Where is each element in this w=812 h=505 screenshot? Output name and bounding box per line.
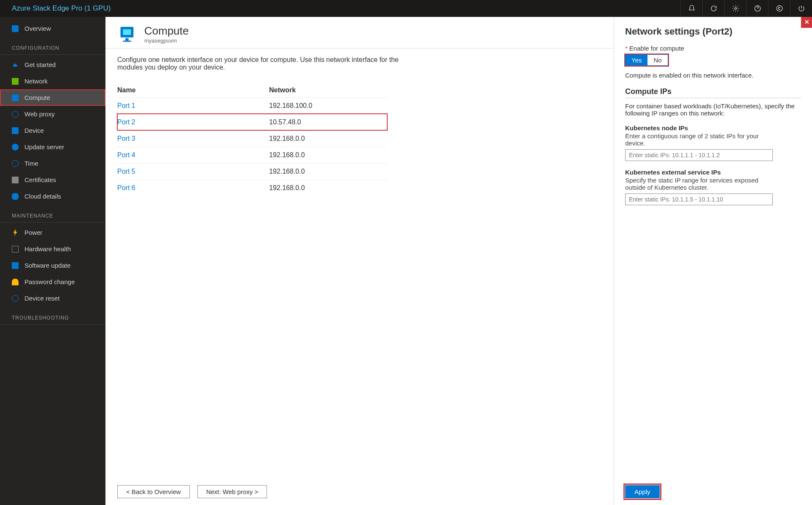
- sidebar-item-overview[interactable]: Overview: [0, 20, 105, 37]
- next-button[interactable]: Next: Web proxy >: [197, 485, 267, 498]
- port-link[interactable]: Port 2: [117, 118, 269, 126]
- back-button[interactable]: < Back to Overview: [117, 485, 190, 498]
- sidebar-item-password-change[interactable]: Password change: [0, 274, 105, 290]
- sidebar-item-get-started[interactable]: Get started: [0, 56, 105, 73]
- svg-point-2: [777, 5, 782, 11]
- port-link[interactable]: Port 3: [117, 135, 269, 142]
- sidebar-item-device[interactable]: Device: [0, 122, 105, 139]
- table-row[interactable]: Port 4192.168.0.0: [117, 147, 387, 163]
- compute-ips-desc: For container based workloads (IoT/Kuber…: [625, 102, 801, 117]
- product-title: Azure Stack Edge Pro (1 GPU): [12, 4, 111, 13]
- k8s-node-heading: Kubernetes node IPs: [625, 124, 801, 132]
- enable-label: *Enable for compute: [625, 45, 801, 52]
- svg-rect-4: [123, 30, 131, 35]
- port-network: 192.168.0.0: [269, 151, 387, 159]
- overview-icon: [12, 25, 19, 32]
- sidebar-item-label: Device reset: [24, 295, 59, 302]
- sidebar-item-certificates[interactable]: Certificates: [0, 172, 105, 188]
- power-icon[interactable]: [790, 0, 812, 17]
- k8s-ext-sub: Specify the static IP range for services…: [625, 177, 769, 191]
- settings-icon[interactable]: [724, 0, 746, 17]
- port-link[interactable]: Port 1: [117, 102, 269, 110]
- sidebar-section-troubleshooting: TROUBLESHOOTING: [0, 306, 105, 325]
- port-network: 192.168.0.0: [269, 135, 387, 142]
- network-icon: [12, 78, 19, 85]
- k8s-node-ips-input[interactable]: [625, 149, 773, 161]
- settings-panel: ✕ Network settings (Port2) *Enable for c…: [614, 17, 812, 505]
- sidebar-item-hardware-health[interactable]: Hardware health: [0, 241, 105, 257]
- svg-rect-5: [125, 38, 129, 41]
- port-network: 192.168.0.0: [269, 184, 387, 192]
- sidebar-item-label: Update server: [24, 143, 64, 150]
- port-network: 192.168.0.0: [269, 168, 387, 175]
- notifications-icon[interactable]: [680, 0, 702, 17]
- compute-header-icon: [117, 24, 137, 44]
- enable-toggle[interactable]: Yes No: [625, 54, 668, 66]
- table-row[interactable]: Port 210.57.48.0: [117, 114, 387, 130]
- device-icon: [12, 127, 19, 134]
- sidebar: Overview CONFIGURATION Get started Netwo…: [0, 17, 105, 505]
- clock-icon: [12, 160, 19, 167]
- k8s-node-sub: Enter a contiguous range of 2 static IPs…: [625, 132, 769, 147]
- sidebar-item-web-proxy[interactable]: Web proxy: [0, 106, 105, 122]
- cloud-icon: [12, 62, 19, 68]
- page-description: Configure one network interface on your …: [117, 56, 404, 71]
- sidebar-item-label: Web proxy: [24, 110, 54, 118]
- port-network: 192.168.100.0: [269, 102, 387, 110]
- required-star: *: [625, 45, 628, 52]
- port-link[interactable]: Port 4: [117, 151, 269, 159]
- globe-icon: [12, 111, 19, 118]
- main-content: Compute myasegpuvm Configure one network…: [105, 17, 812, 505]
- sidebar-item-label: Cloud details: [24, 193, 61, 200]
- col-name-header: Name: [117, 86, 269, 94]
- sidebar-item-label: Compute: [24, 94, 50, 101]
- sidebar-item-power[interactable]: Power: [0, 224, 105, 241]
- close-icon[interactable]: ✕: [802, 17, 812, 27]
- port-link[interactable]: Port 6: [117, 184, 269, 192]
- sidebar-item-time[interactable]: Time: [0, 155, 105, 172]
- bolt-icon: [12, 229, 19, 236]
- sidebar-item-compute[interactable]: Compute: [0, 89, 105, 106]
- upload-icon: [12, 144, 19, 150]
- panel-title: Network settings (Port2): [625, 26, 801, 37]
- table-row[interactable]: Port 6192.168.0.0: [117, 180, 387, 196]
- sidebar-item-label: Device: [24, 127, 44, 134]
- table-row[interactable]: Port 5192.168.0.0: [117, 163, 387, 180]
- toggle-yes[interactable]: Yes: [626, 55, 647, 65]
- sidebar-item-label: Password change: [24, 278, 75, 285]
- table-row[interactable]: Port 1192.168.100.0: [117, 97, 387, 114]
- refresh-icon[interactable]: [702, 0, 724, 17]
- page-title: Compute: [144, 24, 189, 38]
- compute-ips-title: Compute IPs: [625, 87, 801, 98]
- sidebar-item-software-update[interactable]: Software update: [0, 257, 105, 274]
- topbar-actions: [680, 0, 812, 17]
- sidebar-item-label: Get started: [24, 61, 56, 68]
- k8s-ext-ips-input[interactable]: [625, 193, 773, 205]
- sidebar-item-label: Power: [24, 229, 43, 236]
- svg-point-0: [734, 8, 736, 10]
- toggle-no[interactable]: No: [647, 55, 667, 65]
- sidebar-item-device-reset[interactable]: Device reset: [0, 290, 105, 306]
- port-table: Name Network Port 1192.168.100.0 Port 21…: [117, 83, 387, 196]
- health-icon: [12, 246, 19, 252]
- key-icon: [12, 279, 19, 285]
- sidebar-item-network[interactable]: Network: [0, 73, 105, 89]
- k8s-ext-heading: Kubernetes external service IPs: [625, 169, 801, 176]
- sidebar-section-configuration: CONFIGURATION: [0, 37, 105, 55]
- sidebar-item-cloud-details[interactable]: Cloud details: [0, 188, 105, 204]
- port-link[interactable]: Port 5: [117, 168, 269, 175]
- enable-help-text: Compute is enabled on this network inter…: [625, 72, 801, 79]
- compute-icon: [12, 94, 19, 101]
- copyright-icon[interactable]: [768, 0, 790, 17]
- table-row[interactable]: Port 3192.168.0.0: [117, 130, 387, 147]
- top-bar: Azure Stack Edge Pro (1 GPU): [0, 0, 812, 17]
- sidebar-item-label: Certificates: [24, 176, 56, 183]
- sidebar-item-label: Hardware health: [24, 245, 71, 252]
- sidebar-item-update-server[interactable]: Update server: [0, 139, 105, 155]
- sidebar-item-label: Network: [24, 78, 48, 85]
- sidebar-item-label: Overview: [24, 25, 51, 32]
- update-icon: [12, 262, 19, 269]
- help-icon[interactable]: [746, 0, 768, 17]
- col-network-header: Network: [269, 86, 387, 94]
- apply-button[interactable]: Apply: [625, 485, 660, 498]
